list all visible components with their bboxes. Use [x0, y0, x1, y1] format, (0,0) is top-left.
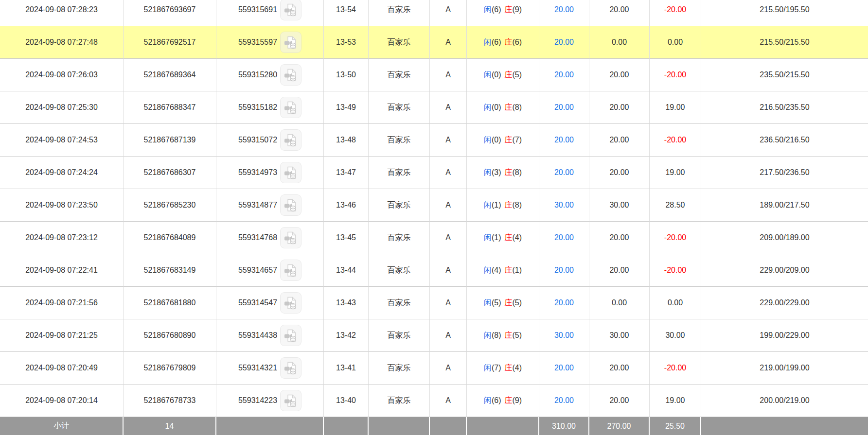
bet-amount-cell: 20.00	[539, 385, 589, 417]
table-row[interactable]: 2024-09-08 07:21:56 521867681880 5593145…	[0, 287, 868, 319]
shoe-cell: A	[430, 0, 467, 26]
player-score: (0)	[492, 70, 501, 79]
game-cell: 百家乐	[369, 189, 430, 222]
net-amount-cell: -20.00	[650, 59, 701, 91]
player-score: (4)	[492, 266, 501, 274]
banker-score: (4)	[513, 364, 522, 372]
game-cell: 百家乐	[369, 124, 430, 157]
table-row[interactable]: 2024-09-08 07:26:03 521867689364 5593152…	[0, 59, 868, 91]
video-replay-icon[interactable]	[280, 129, 301, 151]
round-no-cell: 559315182	[216, 91, 324, 124]
video-replay-icon[interactable]	[280, 325, 301, 346]
table-row[interactable]: 2024-09-08 07:22:41 521867683149 5593146…	[0, 254, 868, 287]
result-cell: 闲(3)庄(8)	[467, 157, 539, 189]
time-cell: 2024-09-08 07:22:41	[0, 254, 124, 287]
video-replay-icon[interactable]	[280, 162, 301, 183]
table-row[interactable]: 2024-09-08 07:23:50 521867685230 5593148…	[0, 189, 868, 222]
balance-cell: 215.50/195.50	[701, 0, 868, 26]
round-no-value: 559315280	[238, 70, 277, 79]
result-cell: 闲(5)庄(5)	[467, 287, 539, 319]
subtotal-label: 小计	[0, 417, 124, 436]
game-cell: 百家乐	[369, 0, 430, 26]
net-amount-cell: 28.50	[650, 189, 701, 222]
valid-amount-cell: 20.00	[589, 124, 650, 157]
table-row[interactable]: 2024-09-08 07:25:30 521867688347 5593151…	[0, 91, 868, 124]
table-round-cell: 13-46	[324, 189, 369, 222]
table-round-cell: 13-50	[324, 59, 369, 91]
game-cell: 百家乐	[369, 287, 430, 319]
video-replay-icon[interactable]	[280, 97, 301, 118]
video-replay-icon[interactable]	[280, 357, 301, 379]
video-replay-icon[interactable]	[280, 64, 301, 86]
player-label: 闲	[484, 103, 492, 111]
table-round-cell: 13-48	[324, 124, 369, 157]
time-cell: 2024-09-08 07:25:30	[0, 91, 124, 124]
table-row[interactable]: 2024-09-08 07:27:48 521867692517 5593155…	[0, 26, 868, 59]
valid-amount-cell: 20.00	[589, 385, 650, 417]
video-replay-icon[interactable]	[280, 390, 301, 411]
banker-score: (4)	[513, 233, 522, 242]
banker-score: (8)	[513, 168, 522, 176]
video-replay-icon[interactable]	[280, 0, 301, 20]
bet-amount-cell: 30.00	[539, 189, 589, 222]
game-cell: 百家乐	[369, 91, 430, 124]
valid-amount-cell: 30.00	[589, 189, 650, 222]
round-no-cell: 559314657	[216, 254, 324, 287]
game-cell: 百家乐	[369, 352, 430, 385]
player-score: (7)	[492, 364, 501, 372]
banker-score: (8)	[513, 201, 522, 209]
net-amount-cell: -20.00	[650, 254, 701, 287]
shoe-cell: A	[430, 319, 467, 352]
table-row[interactable]: 2024-09-08 07:23:12 521867684089 5593147…	[0, 222, 868, 254]
bet-amount-cell: 20.00	[539, 254, 589, 287]
video-replay-icon[interactable]	[280, 32, 301, 53]
balance-cell: 199.00/229.00	[701, 319, 868, 352]
video-replay-icon[interactable]	[280, 194, 301, 216]
player-label: 闲	[484, 266, 492, 274]
table-row[interactable]: 2024-09-08 07:28:23 521867693697 5593156…	[0, 0, 868, 26]
round-no-cell: 559314223	[216, 385, 324, 417]
subtotal-empty-game	[369, 417, 430, 436]
shoe-cell: A	[430, 254, 467, 287]
banker-score: (9)	[513, 5, 522, 14]
net-amount-cell: 0.00	[650, 26, 701, 59]
valid-amount-cell: 20.00	[589, 254, 650, 287]
player-label: 闲	[484, 70, 492, 79]
game-cell: 百家乐	[369, 254, 430, 287]
table-row[interactable]: 2024-09-08 07:24:53 521867687139 5593150…	[0, 124, 868, 157]
banker-score: (1)	[513, 266, 522, 274]
video-replay-icon[interactable]	[280, 292, 301, 314]
round-no-value: 559314657	[238, 266, 277, 275]
result-cell: 闲(1)庄(8)	[467, 189, 539, 222]
table-row[interactable]: 2024-09-08 07:20:49 521867679809 5593143…	[0, 352, 868, 385]
time-cell: 2024-09-08 07:23:12	[0, 222, 124, 254]
banker-score: (6)	[513, 38, 522, 46]
table-row[interactable]: 2024-09-08 07:24:24 521867686307 5593149…	[0, 157, 868, 189]
time-cell: 2024-09-08 07:23:50	[0, 189, 124, 222]
round-no-cell: 559314768	[216, 222, 324, 254]
order-no-cell: 521867685230	[124, 189, 216, 222]
table-row[interactable]: 2024-09-08 07:20:14 521867678733 5593142…	[0, 385, 868, 417]
banker-label: 庄	[505, 233, 513, 242]
video-replay-icon[interactable]	[280, 227, 301, 248]
banker-label: 庄	[505, 396, 513, 404]
result-cell: 闲(6)庄(6)	[467, 26, 539, 59]
round-no-cell: 559315280	[216, 59, 324, 91]
table-row[interactable]: 2024-09-08 07:21:25 521867680890 5593144…	[0, 319, 868, 352]
time-cell: 2024-09-08 07:27:48	[0, 26, 124, 59]
bet-history-table: 2024-09-08 07:28:23 521867693697 5593156…	[0, 0, 868, 436]
round-no-value: 559314877	[238, 201, 277, 210]
balance-cell: 209.00/189.00	[701, 222, 868, 254]
order-no-cell: 521867686307	[124, 157, 216, 189]
round-no-cell: 559314547	[216, 287, 324, 319]
video-replay-icon[interactable]	[280, 260, 301, 281]
table-round-cell: 13-47	[324, 157, 369, 189]
round-no-value: 559315597	[238, 38, 277, 47]
time-cell: 2024-09-08 07:24:53	[0, 124, 124, 157]
subtotal-valid-total: 270.00	[589, 417, 650, 436]
subtotal-empty-shoe	[430, 417, 467, 436]
order-no-cell: 521867678733	[124, 385, 216, 417]
shoe-cell: A	[430, 59, 467, 91]
valid-amount-cell: 30.00	[589, 319, 650, 352]
shoe-cell: A	[430, 222, 467, 254]
